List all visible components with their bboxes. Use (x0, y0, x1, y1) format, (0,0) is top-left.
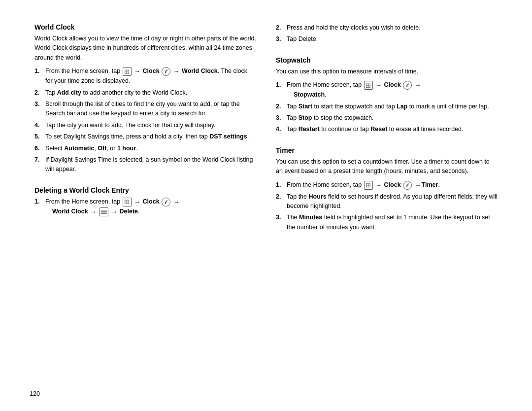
world-clock-intro: World Clock allows you to view the time … (34, 34, 256, 63)
step-content: Tap Start to start the stopwatch and tap… (287, 102, 498, 111)
delete-label: Delete (120, 208, 138, 215)
deleting-section: Deleting a World Clock Entry 1. From the… (34, 186, 256, 222)
clock-icon (403, 81, 412, 90)
step-num: 3. (276, 213, 285, 232)
menu-line (101, 210, 107, 211)
sw-step-2: 2. Tap Start to start the stopwatch and … (276, 102, 498, 111)
world-clock-steps: 1. From the Home screen, tap → Clock → W… (34, 67, 256, 174)
arrow-icon: → (134, 198, 140, 206)
step-num: 3. (276, 34, 285, 44)
step-content: Scroll through the list of cities to fin… (45, 100, 256, 119)
delete-continued: 2. Press and hold the city clocks you wi… (276, 23, 498, 49)
restart-label: Restart (299, 126, 320, 133)
step-num: 2. (276, 23, 285, 33)
step-num: 2. (276, 102, 285, 111)
dst-label: DST settings (209, 133, 247, 140)
page-content: World Clock World Clock allows you to vi… (30, 13, 502, 398)
stopwatch-title: Stopwatch (276, 56, 498, 64)
left-column: World Clock World Clock allows you to vi… (34, 23, 256, 388)
step-num: 1. (34, 67, 43, 86)
step-num: 1. (276, 80, 285, 100)
step-content: Tap Delete. (287, 34, 498, 44)
step-content: To set Daylight Savings time, press and … (45, 132, 256, 141)
timer-label: Timer (422, 181, 438, 188)
timer-steps: 1. From the Home screen, tap → Clock →Ti… (276, 180, 498, 233)
world-clock-title: World Clock (34, 23, 256, 31)
off-label: Off (98, 145, 106, 152)
deleting-steps: 1. From the Home screen, tap → Clock → W… (34, 197, 256, 217)
world-clock-label: World Clock (182, 68, 218, 75)
del-step-3: 3. Tap Delete. (276, 34, 498, 44)
clock-icon (162, 67, 170, 76)
stop-label: Stop (299, 114, 312, 121)
arrow-icon-2: → (415, 81, 421, 89)
sw-step-4: 4. Tap Restart to continue or tap Reset … (276, 125, 498, 134)
automatic-label: Automatic (64, 145, 94, 152)
hour-label: 1 hour (117, 145, 136, 152)
deleting-title: Deleting a World Clock Entry (34, 186, 256, 194)
step-num: 4. (276, 125, 285, 134)
arrow-icon-4: → (111, 208, 117, 215)
clock-label: Clock (143, 68, 162, 75)
step-content: Tap the city you want to add. The clock … (45, 121, 256, 130)
grid-icon (364, 81, 373, 90)
menu-line (101, 213, 107, 214)
step-content: Tap Stop to stop the stopwatch. (287, 113, 498, 123)
step-num: 4. (34, 121, 43, 130)
arrow-icon-2: → (173, 198, 180, 206)
step-content: From the Home screen, tap → Clock → Stop… (287, 80, 498, 100)
clock-icon (403, 181, 412, 190)
world-clock-section: World Clock World Clock allows you to vi… (34, 23, 256, 179)
grid-icon (123, 198, 132, 206)
arrow-icon-2: → (415, 181, 421, 189)
stopwatch-label: Stopwatch (294, 91, 325, 98)
step-content: From the Home screen, tap → Clock → Worl… (45, 197, 256, 217)
world-clock-label2: World Clock (52, 208, 88, 215)
step-content: Tap the Hours field to set hours if desi… (287, 192, 498, 211)
step-1: 1. From the Home screen, tap → Clock → W… (34, 67, 256, 86)
arrow-icon: → (375, 181, 382, 189)
start-label: Start (299, 103, 312, 110)
step-7: 7. If Daylight Savings Time is selected,… (34, 155, 256, 174)
grid-icon (123, 67, 132, 76)
reset-label: Reset (370, 126, 387, 133)
step-4: 4. Tap the city you want to add. The clo… (34, 121, 256, 130)
step-num: 2. (276, 192, 285, 211)
step-2: 2. Tap Add city to add another city to t… (34, 88, 256, 98)
t-step-1: 1. From the Home screen, tap → Clock →Ti… (276, 180, 498, 190)
del-step-2: 2. Press and hold the city clocks you wi… (276, 23, 498, 33)
right-column: 2. Press and hold the city clocks you wi… (276, 23, 498, 388)
step-content: If Daylight Savings Time is selected, a … (45, 155, 256, 174)
grid-icon (364, 181, 373, 190)
menu-line (101, 211, 107, 212)
sw-step-1: 1. From the Home screen, tap → Clock → S… (276, 80, 498, 100)
step-num: 1. (276, 180, 285, 190)
step-3: 3. Scroll through the list of cities to … (34, 100, 256, 119)
stopwatch-steps: 1. From the Home screen, tap → Clock → S… (276, 80, 498, 135)
step-5: 5. To set Daylight Savings time, press a… (34, 132, 256, 141)
sw-step-3: 3. Tap Stop to stop the stopwatch. (276, 113, 498, 123)
step-content: Tap Restart to continue or tap Reset to … (287, 125, 498, 134)
arrow-icon: → (134, 68, 140, 75)
clock-label: Clock (384, 82, 403, 89)
t-step-2: 2. Tap the Hours field to set hours if d… (276, 192, 498, 211)
step-num: 5. (34, 132, 43, 141)
stopwatch-section: Stopwatch You can use this option to mea… (276, 56, 498, 139)
menu-icon (100, 207, 108, 216)
step-num: 3. (34, 100, 43, 119)
step-content: From the Home screen, tap → Clock → Worl… (45, 67, 256, 86)
add-city-label: Add city (57, 89, 81, 96)
arrow-icon-3: → (90, 208, 97, 215)
step-6: 6. Select Automatic, Off, or 1 hour. (34, 144, 256, 153)
arrow-icon: → (375, 81, 382, 89)
step-content: Press and hold the city clocks you wish … (287, 23, 498, 33)
step-content: Select Automatic, Off, or 1 hour. (45, 144, 256, 153)
clock-icon (162, 198, 170, 206)
step-content: The Minutes field is highlighted and set… (287, 213, 498, 232)
step-num: 3. (276, 113, 285, 123)
timer-title: Timer (276, 146, 498, 154)
del-step-1: 1. From the Home screen, tap → Clock → W… (34, 197, 256, 217)
step-num: 2. (34, 88, 43, 98)
step-num: 1. (34, 197, 43, 217)
step-content: From the Home screen, tap → Clock →Timer… (287, 180, 498, 190)
